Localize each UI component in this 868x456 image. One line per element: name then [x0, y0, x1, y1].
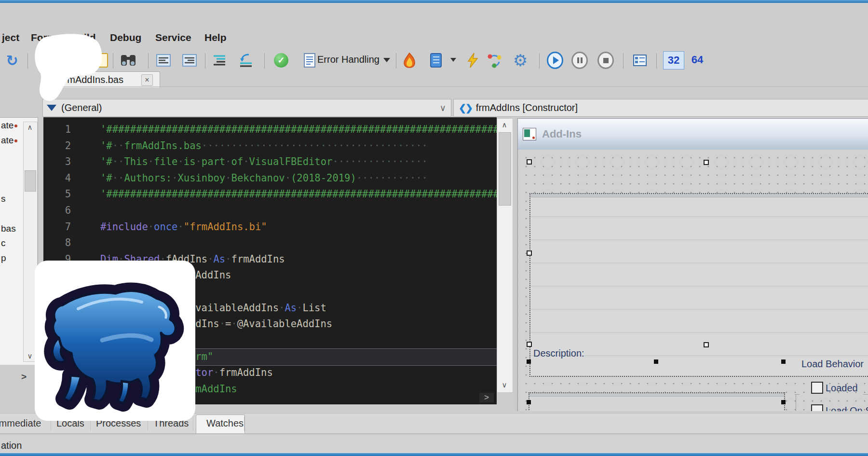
align-left-icon[interactable]	[155, 52, 172, 69]
code-line-1[interactable]: 1'######################################…	[43, 122, 497, 138]
compile-32bit-button[interactable]: 32	[663, 51, 684, 69]
code-line-15[interactable]: 15rm"	[43, 348, 497, 366]
menu-item-debug[interactable]: Debug	[110, 32, 141, 43]
form-view-icon[interactable]	[632, 52, 648, 69]
menu-item-form[interactable]: Form	[31, 32, 56, 43]
designed-form-window[interactable]: Add-Ins Description:	[517, 118, 868, 411]
selection-handle-black[interactable]	[527, 359, 531, 364]
scroll-up-icon[interactable]: ∧	[24, 122, 36, 133]
toolbar-separator	[113, 53, 113, 69]
toolbar-separator	[396, 53, 396, 69]
menu-item-help[interactable]: Help	[204, 32, 227, 43]
code-line-5[interactable]: 5'######################################…	[43, 186, 497, 203]
selection-handle[interactable]	[704, 342, 709, 347]
code-line-10[interactable]: 10fAddIns	[43, 267, 497, 284]
redo-icon[interactable]: ↻	[4, 52, 20, 69]
tree-item-fragment[interactable]: bas	[1, 223, 16, 234]
form-designer-panel: Add-Ins Description:	[515, 118, 868, 411]
code-line-16[interactable]: 16tor·frmAddIns	[43, 365, 497, 381]
load-on-startup-checkbox[interactable]	[811, 404, 823, 411]
member-dropdown[interactable]: ❮❯ frmAddIns [Constructor]	[453, 99, 868, 117]
dock-tab-locals[interactable]: Locals	[56, 418, 84, 429]
scrollbar-thumb[interactable]	[499, 132, 511, 206]
menu-item-service[interactable]: Service	[155, 32, 191, 43]
script-icon[interactable]	[428, 52, 445, 69]
settings-gear-icon[interactable]: ⚙	[512, 52, 529, 69]
scroll-up-icon[interactable]: ∧	[498, 120, 511, 130]
tree-item-fragment[interactable]: c	[1, 238, 6, 249]
indent-icon[interactable]	[211, 52, 228, 69]
save-icon[interactable]	[93, 52, 109, 69]
project-tree-panel: ateatesbascp ∧ ∨	[0, 117, 38, 365]
description-listbox-control[interactable]	[529, 392, 785, 411]
load-on-startup-checkbox-label[interactable]: Load On Startup	[826, 405, 868, 411]
loaded-checkbox-label[interactable]: Loaded	[826, 383, 858, 394]
loaded-checkbox[interactable]	[811, 382, 823, 394]
scope-dropdown[interactable]: (General) ∨	[42, 99, 451, 117]
code-line-2[interactable]: 2'#··frmAddIns.bas······················…	[43, 138, 497, 154]
error-handling-doc-icon[interactable]	[301, 52, 318, 69]
code-line-8[interactable]: 8	[43, 235, 497, 251]
code-line-11[interactable]: 11	[43, 284, 497, 300]
compile-64bit-button[interactable]: 64	[687, 51, 707, 69]
toolbar-separator	[148, 53, 149, 69]
scrollbar-thumb[interactable]	[25, 170, 36, 192]
code-line-3[interactable]: 3'#··This·file·is·part·of·VisualFBEditor…	[43, 154, 497, 170]
form-window-icon	[523, 128, 536, 140]
dock-tab-threads[interactable]: Threads	[153, 418, 189, 429]
dock-tab-separator	[244, 416, 244, 431]
code-line-7[interactable]: 7#include·once·"frmAddIns.bi"	[43, 219, 497, 235]
code-line-4[interactable]: 4'#··Authors:·Xusinboy·Bekchanov·(2018-2…	[43, 170, 497, 187]
tab-frmaddins-bas[interactable]: frmAddIns.bas ×	[46, 71, 160, 87]
code-text: dIns·=·@AvailableAddIns	[195, 316, 332, 332]
tree-item-fragment[interactable]: s	[1, 193, 6, 204]
code-text: tor·frmAddIns	[195, 365, 272, 381]
quick-run-icon[interactable]	[464, 52, 481, 69]
flame-icon[interactable]	[401, 52, 418, 69]
editor-vertical-scrollbar[interactable]: ∧ ∨	[497, 118, 513, 393]
selection-handle-black[interactable]	[781, 359, 786, 364]
align-right-icon[interactable]	[181, 52, 198, 69]
code-editor[interactable]: > 1'####################################…	[43, 117, 497, 404]
tab-label: frmAddIns.bas	[61, 74, 123, 85]
run-icon[interactable]	[547, 52, 563, 69]
dock-tab-processes[interactable]: Processes	[96, 418, 141, 429]
auto-indent-icon[interactable]	[237, 52, 254, 69]
tree-item-fragment[interactable]: ate	[1, 120, 17, 131]
form-canvas-grid[interactable]: Description: Load Behavior Loaded Load O…	[518, 150, 868, 411]
tab-close-icon[interactable]: ×	[141, 74, 153, 86]
search-binoculars-icon[interactable]	[120, 52, 136, 69]
dock-tab-watches[interactable]: Watches	[206, 418, 244, 429]
syntax-check-icon[interactable]: ✓	[273, 52, 289, 69]
menu-item-ject[interactable]: ject	[2, 32, 19, 43]
error-handling-dropdown[interactable]: Error Handling	[317, 54, 380, 65]
selection-handle[interactable]	[527, 250, 532, 256]
code-line-14[interactable]: 14	[43, 332, 497, 349]
tree-scrollbar[interactable]: ∧ ∨	[23, 122, 38, 362]
code-line-9[interactable]: 9Dim·Shared·fAddIns·As·frmAddIns	[43, 251, 497, 268]
tree-item-fragment[interactable]: p	[1, 253, 6, 263]
menu-item-build[interactable]: Build	[70, 32, 96, 43]
tree-item-fragment[interactable]: ate	[1, 135, 17, 146]
selection-handle-black[interactable]	[654, 359, 658, 364]
selection-handle[interactable]	[527, 159, 532, 165]
stop-icon[interactable]	[597, 52, 614, 69]
selection-handle-black[interactable]	[527, 400, 531, 404]
rebuild-icon[interactable]	[486, 52, 502, 69]
code-line-13[interactable]: 13dIns·=·@AvailableAddIns	[43, 316, 497, 332]
selection-handle-black[interactable]	[781, 400, 786, 404]
selection-handle[interactable]	[704, 160, 709, 165]
chevron-down-icon[interactable]	[450, 58, 456, 62]
chevron-down-icon[interactable]	[383, 58, 390, 62]
code-line-12[interactable]: 12vailableAddIns·As·List	[43, 300, 497, 317]
dock-tab-immediate[interactable]: Immediate	[0, 418, 41, 429]
bottom-dock-tabbar: ImmediateLocalsProcessesThreadsWatches	[0, 413, 868, 434]
code-line-17[interactable]: 17mAddIns	[43, 381, 497, 398]
code-line-6[interactable]: 6	[43, 203, 497, 219]
tree-scroll-right-icon[interactable]: >	[21, 372, 27, 382]
scroll-down-icon[interactable]: ∨	[498, 380, 511, 390]
pause-icon[interactable]	[571, 52, 588, 69]
selection-handle[interactable]	[527, 342, 532, 347]
line-number: 2	[43, 138, 71, 154]
scroll-down-icon[interactable]: ∨	[24, 351, 36, 361]
